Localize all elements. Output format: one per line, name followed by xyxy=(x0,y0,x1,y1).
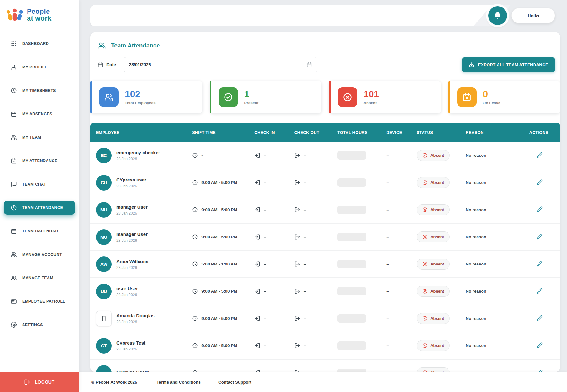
table-header: EMPLOYEESHIFT TIMECHECK INCHECK OUTTOTAL… xyxy=(90,123,560,142)
total-hours-placeholder xyxy=(337,151,366,160)
footer: © People At Work 2026 Terms and Conditio… xyxy=(79,372,567,392)
total-hours-placeholder xyxy=(337,287,366,295)
sidebar-item-dashboard[interactable]: DASHBOARD xyxy=(4,37,75,51)
sidebar-item-my-timesheets[interactable]: MY TIMESHEETS xyxy=(4,84,75,97)
logout-icon xyxy=(24,379,30,385)
reason-cell: No reason xyxy=(466,262,529,266)
device-value: – xyxy=(386,261,389,267)
stat-label: Absent xyxy=(363,101,379,105)
device-value: – xyxy=(386,343,389,348)
sidebar-item-team-calendar[interactable]: TEAM CALENDAR xyxy=(4,224,75,238)
check-out-value: – xyxy=(304,343,306,348)
edit-button[interactable] xyxy=(535,368,544,372)
stat-accent-bar xyxy=(448,81,450,113)
status-badge: Absent xyxy=(417,150,450,161)
edit-button[interactable] xyxy=(535,178,544,188)
sidebar-item-my-profile[interactable]: MY PROFILE xyxy=(4,60,75,74)
avatar: MU xyxy=(96,202,112,218)
date-label-text: Date xyxy=(106,62,116,67)
reason-cell: No reason xyxy=(466,316,529,321)
sidebar-item-label: DASHBOARD xyxy=(22,42,49,46)
employee-date: 28 Jan 2026 xyxy=(116,157,160,161)
actions-cell xyxy=(529,151,560,161)
edit-button[interactable] xyxy=(535,314,544,324)
employee-date: 28 Jan 2026 xyxy=(116,265,148,270)
total-hours-cell xyxy=(337,260,386,268)
sidebar-item-team-chat[interactable]: TEAM CHAT xyxy=(4,177,75,191)
device-value: – xyxy=(386,207,389,212)
x-circle-icon xyxy=(338,87,357,107)
reason-text: No reason xyxy=(466,262,486,266)
reason-text: No reason xyxy=(466,207,486,212)
edit-button[interactable] xyxy=(535,259,544,269)
reason-text: No reason xyxy=(466,180,486,185)
total-hours-cell xyxy=(337,151,386,160)
avatar: MU xyxy=(96,229,112,245)
sidebar-item-label: MY ABSENCES xyxy=(22,112,52,116)
actions-cell xyxy=(529,314,560,324)
status-cell: Absent xyxy=(417,177,466,188)
check-in-cell: – xyxy=(254,315,294,321)
avatar: AW xyxy=(96,256,112,272)
footer-link-terms-and-conditions[interactable]: Terms and Conditions xyxy=(157,380,201,385)
pencil-icon xyxy=(536,233,543,240)
users-icon xyxy=(11,134,17,141)
sidebar-item-settings[interactable]: SETTINGS xyxy=(4,318,75,332)
employee-name: CYpress user xyxy=(116,177,146,182)
stat-accent-bar xyxy=(90,81,92,113)
employee-cell: MUmanager User28 Jan 2026 xyxy=(90,229,192,245)
notifications-button[interactable] xyxy=(488,6,507,25)
edit-button[interactable] xyxy=(535,232,544,242)
sidebar-item-team-attendance[interactable]: TEAM ATTENDANCE xyxy=(4,201,75,215)
status-cell: Absent xyxy=(417,313,466,324)
sidebar: People at work DASHBOARDMY PROFILEMY TIM… xyxy=(0,0,79,392)
sidebar-item-manage-account[interactable]: MANAGE ACCOUNT xyxy=(4,248,75,261)
sidebar-item-label: TEAM CHAT xyxy=(22,182,46,186)
sidebar-item-manage-team[interactable]: MANAGE TEAM xyxy=(4,271,75,285)
footer-links: Terms and ConditionsContact Support xyxy=(157,380,251,385)
date-field[interactable] xyxy=(124,57,317,72)
pencil-icon xyxy=(536,315,543,321)
stat-accent-bar xyxy=(210,81,211,113)
export-button[interactable]: EXPORT ALL TEAM ATTENDANCE xyxy=(462,57,555,72)
pencil-icon xyxy=(536,342,543,349)
sidebar-item-employee-payroll[interactable]: EMPLOYEE PAYROLL xyxy=(4,295,75,308)
status-badge: Absent xyxy=(417,313,450,324)
app-root: People at work DASHBOARDMY PROFILEMY TIM… xyxy=(0,0,567,392)
check-in-icon xyxy=(254,234,260,240)
logout-button[interactable]: LOGOUT xyxy=(0,372,79,392)
check-in-icon xyxy=(254,180,260,186)
check-in-cell: – xyxy=(254,288,294,294)
check-in-cell: – xyxy=(254,261,294,267)
check-out-icon xyxy=(294,234,300,240)
calendar-icon xyxy=(11,111,17,117)
sidebar-item-label: MY PROFILE xyxy=(22,65,48,69)
check-out-icon xyxy=(294,152,300,158)
calendar-picker-icon[interactable] xyxy=(306,62,312,67)
clock-icon xyxy=(192,370,198,372)
footer-link-contact-support[interactable]: Contact Support xyxy=(218,380,251,385)
column-header-shift-time: SHIFT TIME xyxy=(192,130,254,135)
table-row: Cypr3ss User2–––Absent xyxy=(90,360,560,372)
sidebar-item-my-attendance[interactable]: MY ATTENDANCE xyxy=(4,154,75,168)
check-out-cell: – xyxy=(294,234,337,240)
date-input[interactable] xyxy=(129,62,306,67)
edit-button[interactable] xyxy=(535,286,544,296)
check-out-icon xyxy=(294,315,300,321)
edit-button[interactable] xyxy=(535,151,544,161)
edit-button[interactable] xyxy=(535,205,544,215)
sidebar-item-my-absences[interactable]: MY ABSENCES xyxy=(4,107,75,121)
user-menu-button[interactable]: Hello xyxy=(511,8,555,23)
shift-time: 9:00 AM - 5:00 PM xyxy=(201,316,237,321)
shift-time-cell: 9:00 AM - 5:00 PM xyxy=(192,315,254,321)
bell-icon xyxy=(494,12,502,20)
x-circle-icon xyxy=(422,234,428,240)
check-out-cell: – xyxy=(294,180,337,186)
sidebar-item-my-team[interactable]: MY TEAM xyxy=(4,131,75,144)
employee-name: Cypress Test xyxy=(116,340,145,345)
device-value: – xyxy=(386,153,389,158)
total-hours-placeholder xyxy=(337,314,366,323)
column-header-device: DEVICE xyxy=(386,130,417,135)
edit-button[interactable] xyxy=(535,341,544,351)
shift-time: 9:00 AM - 5:00 PM xyxy=(201,343,237,348)
